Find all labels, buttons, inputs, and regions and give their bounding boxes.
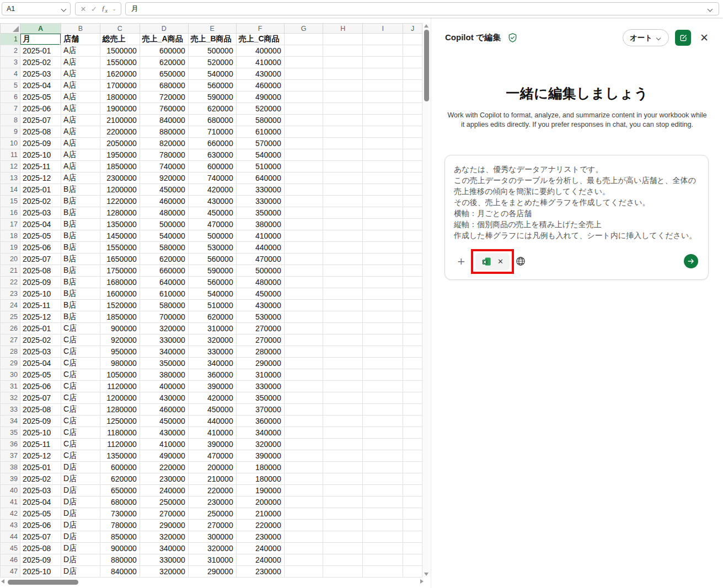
cell[interactable]: 780000 bbox=[140, 149, 188, 161]
cell[interactable]: 470000 bbox=[236, 253, 284, 265]
cell[interactable]: 2025-09 bbox=[20, 416, 61, 427]
cell[interactable] bbox=[284, 358, 323, 369]
cell[interactable] bbox=[323, 57, 363, 68]
cell[interactable]: 1120000 bbox=[100, 381, 140, 392]
cell[interactable]: 600000 bbox=[140, 45, 188, 57]
cell[interactable] bbox=[284, 346, 323, 358]
cell[interactable]: 330000 bbox=[236, 196, 284, 207]
cell[interactable] bbox=[323, 45, 363, 57]
cell[interactable]: 450000 bbox=[188, 207, 236, 219]
cell[interactable] bbox=[323, 115, 363, 126]
cell[interactable] bbox=[363, 427, 403, 439]
cell[interactable] bbox=[363, 115, 403, 126]
cell[interactable]: 880000 bbox=[100, 554, 140, 566]
cell[interactable] bbox=[284, 427, 323, 439]
cell[interactable] bbox=[323, 265, 363, 277]
cell[interactable] bbox=[323, 253, 363, 265]
cell[interactable]: C店 bbox=[61, 369, 100, 381]
cell[interactable] bbox=[403, 520, 422, 531]
cell[interactable]: 290000 bbox=[236, 358, 284, 369]
cell[interactable] bbox=[323, 346, 363, 358]
cell[interactable] bbox=[323, 138, 363, 149]
row-header-36[interactable]: 36 bbox=[1, 439, 20, 450]
cell[interactable] bbox=[323, 369, 363, 381]
cell[interactable] bbox=[323, 427, 363, 439]
cell[interactable] bbox=[323, 392, 363, 404]
cell[interactable] bbox=[284, 311, 323, 323]
cell[interactable]: 1280000 bbox=[100, 207, 140, 219]
cell[interactable]: 250000 bbox=[188, 508, 236, 520]
cell[interactable]: 700000 bbox=[140, 311, 188, 323]
cell[interactable] bbox=[284, 485, 323, 497]
cell[interactable] bbox=[323, 230, 363, 242]
cell[interactable]: 2025-06 bbox=[20, 103, 61, 115]
cell[interactable] bbox=[403, 126, 422, 138]
cell[interactable]: 2025-02 bbox=[20, 335, 61, 346]
cell[interactable]: 2025-11 bbox=[20, 439, 61, 450]
cell[interactable]: 180000 bbox=[236, 462, 284, 473]
cell[interactable] bbox=[363, 554, 403, 566]
row-header-40[interactable]: 40 bbox=[1, 485, 20, 497]
cell[interactable]: 2025-12 bbox=[20, 172, 61, 184]
cell[interactable] bbox=[363, 566, 403, 578]
column-header-J[interactable]: J bbox=[403, 24, 422, 34]
cell[interactable] bbox=[403, 34, 422, 45]
cell[interactable]: 2025-04 bbox=[20, 358, 61, 369]
cell[interactable]: 2025-09 bbox=[20, 138, 61, 149]
cell[interactable]: 250000 bbox=[140, 497, 188, 508]
cell[interactable] bbox=[284, 230, 323, 242]
cell[interactable] bbox=[323, 184, 363, 196]
cell[interactable]: B店 bbox=[61, 277, 100, 288]
cell[interactable]: 2025-06 bbox=[20, 381, 61, 392]
cell[interactable] bbox=[403, 57, 422, 68]
cell[interactable]: 500000 bbox=[188, 45, 236, 57]
cell[interactable]: 330000 bbox=[140, 554, 188, 566]
cell[interactable]: 720000 bbox=[140, 91, 188, 103]
cell[interactable]: 450000 bbox=[140, 416, 188, 427]
cell[interactable] bbox=[323, 68, 363, 80]
cell[interactable]: 2025-10 bbox=[20, 288, 61, 300]
cell[interactable]: 320000 bbox=[188, 543, 236, 554]
cell[interactable]: A店 bbox=[61, 45, 100, 57]
cell[interactable]: 350000 bbox=[236, 207, 284, 219]
cell[interactable]: 780000 bbox=[100, 520, 140, 531]
cell[interactable]: 2100000 bbox=[100, 115, 140, 126]
row-header-13[interactable]: 13 bbox=[1, 172, 20, 184]
row-header-14[interactable]: 14 bbox=[1, 184, 20, 196]
cell[interactable]: 980000 bbox=[100, 358, 140, 369]
workbook-context-chip[interactable]: ✕ bbox=[475, 253, 510, 270]
row-header-43[interactable]: 43 bbox=[1, 520, 20, 531]
row-header-21[interactable]: 21 bbox=[1, 265, 20, 277]
cell[interactable]: 2025-07 bbox=[20, 531, 61, 543]
cell[interactable] bbox=[323, 161, 363, 172]
cell[interactable]: 320000 bbox=[140, 566, 188, 578]
cell[interactable]: 950000 bbox=[100, 346, 140, 358]
cell[interactable]: 920000 bbox=[100, 335, 140, 346]
cell[interactable]: 340000 bbox=[236, 427, 284, 439]
cell[interactable]: 500000 bbox=[188, 230, 236, 242]
cell[interactable] bbox=[363, 207, 403, 219]
cell[interactable] bbox=[403, 346, 422, 358]
row-header-22[interactable]: 22 bbox=[1, 277, 20, 288]
cell[interactable]: 360000 bbox=[236, 416, 284, 427]
row-header-42[interactable]: 42 bbox=[1, 508, 20, 520]
cell[interactable] bbox=[363, 335, 403, 346]
cell[interactable]: C店 bbox=[61, 404, 100, 416]
cell[interactable] bbox=[284, 462, 323, 473]
cell[interactable]: 400000 bbox=[140, 381, 188, 392]
cell[interactable] bbox=[323, 497, 363, 508]
cell[interactable]: 2025-08 bbox=[20, 265, 61, 277]
cell[interactable]: D店 bbox=[61, 497, 100, 508]
row-header-28[interactable]: 28 bbox=[1, 346, 20, 358]
vertical-scrollbar[interactable] bbox=[422, 23, 431, 577]
cell[interactable] bbox=[323, 566, 363, 578]
cell[interactable]: 1850000 bbox=[100, 311, 140, 323]
cell[interactable] bbox=[323, 450, 363, 462]
cell[interactable]: 1700000 bbox=[100, 80, 140, 91]
cell[interactable] bbox=[323, 311, 363, 323]
cell[interactable] bbox=[403, 253, 422, 265]
cell[interactable] bbox=[284, 520, 323, 531]
cell[interactable]: C店 bbox=[61, 358, 100, 369]
cell[interactable]: 2025-06 bbox=[20, 520, 61, 531]
cell[interactable]: B店 bbox=[61, 300, 100, 311]
